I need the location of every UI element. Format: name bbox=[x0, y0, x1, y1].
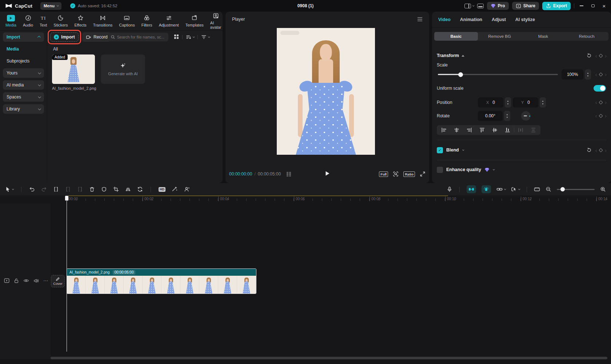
timeline-clip[interactable]: AI_fashion_model_2.png 00:00:05:00 bbox=[67, 268, 256, 294]
distribute-vertical-button[interactable] bbox=[527, 125, 540, 135]
magic-tools-button[interactable] bbox=[172, 186, 178, 193]
reset-icon[interactable] bbox=[586, 147, 592, 153]
align-center-vertical-button[interactable] bbox=[488, 125, 501, 135]
play-button[interactable] bbox=[325, 171, 330, 177]
collapse-icon[interactable] bbox=[462, 55, 464, 57]
mute-icon[interactable] bbox=[33, 278, 39, 283]
minimize-button[interactable] bbox=[578, 2, 586, 10]
position-y-input[interactable]: Y0 bbox=[513, 97, 538, 108]
search-input[interactable] bbox=[117, 35, 165, 39]
fullscreen-icon[interactable] bbox=[420, 171, 426, 177]
player-menu-icon[interactable] bbox=[417, 17, 423, 21]
media-thumbnail[interactable]: Added bbox=[52, 54, 95, 84]
sidebar-item-import[interactable]: Import bbox=[3, 32, 44, 42]
preview-image[interactable] bbox=[277, 28, 375, 155]
uniform-scale-toggle[interactable] bbox=[594, 85, 606, 92]
align-bottom-button[interactable] bbox=[501, 125, 514, 135]
toolbar-tab-filters[interactable]: Filters bbox=[138, 12, 156, 30]
tab-ai-stylize[interactable]: AI stylize bbox=[515, 17, 535, 22]
sidebar-item-subprojects[interactable]: Subprojects bbox=[3, 56, 44, 66]
zoom-fit-icon[interactable] bbox=[393, 171, 399, 177]
scale-value-input[interactable]: 100% bbox=[562, 69, 583, 80]
tab-adjust[interactable]: Adjust bbox=[492, 17, 506, 22]
keyframe-prev-icon[interactable]: ‹ bbox=[595, 100, 597, 105]
position-x-stepper[interactable]: ▴▾ bbox=[505, 97, 511, 108]
keyframe-add-icon[interactable] bbox=[599, 100, 603, 104]
share-button[interactable]: Share bbox=[512, 2, 539, 10]
grid-view-button[interactable] bbox=[174, 34, 179, 40]
layout-toggle-button[interactable] bbox=[464, 4, 474, 8]
import-button[interactable]: + Import bbox=[50, 32, 79, 42]
cover-button[interactable]: Cover bbox=[51, 275, 65, 287]
sidebar-item-yours[interactable]: Yours bbox=[3, 68, 44, 78]
chevron-down-icon[interactable] bbox=[493, 168, 495, 170]
sidebar-item-spaces[interactable]: Spaces bbox=[3, 92, 44, 102]
generate-with-ai-card[interactable]: Generate with AI bbox=[101, 54, 145, 84]
timeline-zoom-slider[interactable] bbox=[557, 189, 595, 190]
keyframe-next-icon[interactable]: › bbox=[605, 72, 607, 77]
close-button[interactable]: × bbox=[600, 2, 608, 10]
panel-toggle-button[interactable] bbox=[477, 4, 484, 8]
filter-button[interactable] bbox=[201, 35, 209, 40]
render-preview-button[interactable] bbox=[534, 187, 540, 192]
toolbar-tab-adjustment[interactable]: Adjustment bbox=[156, 12, 182, 30]
position-y-stepper[interactable]: ▴▾ bbox=[540, 97, 546, 108]
hd-badge[interactable]: HD bbox=[159, 187, 165, 192]
rotate-stepper[interactable]: ▴▾ bbox=[504, 111, 510, 121]
align-center-horizontal-button[interactable] bbox=[450, 125, 463, 135]
lock-icon[interactable] bbox=[14, 278, 19, 283]
record-button[interactable]: Record bbox=[82, 32, 111, 42]
voiceover-mic-button[interactable] bbox=[447, 186, 452, 192]
toolbar-tab-effects[interactable]: Effects bbox=[71, 12, 89, 30]
delete-right-button[interactable] bbox=[77, 186, 83, 192]
delete-button[interactable] bbox=[89, 186, 95, 192]
zoom-slider-handle[interactable] bbox=[560, 187, 565, 191]
redo-button[interactable] bbox=[41, 186, 47, 192]
align-left-button[interactable] bbox=[438, 125, 450, 135]
maximize-button[interactable] bbox=[589, 2, 597, 10]
mirror-button[interactable] bbox=[125, 186, 131, 192]
export-button[interactable]: Export bbox=[542, 2, 571, 10]
keyframe-next-icon[interactable]: › bbox=[605, 147, 607, 153]
enhance-checkbox[interactable] bbox=[437, 167, 443, 173]
keyframe-next-icon[interactable]: › bbox=[605, 113, 607, 118]
distribute-horizontal-button[interactable] bbox=[514, 125, 527, 135]
chevron-down-icon[interactable] bbox=[462, 149, 464, 151]
menu-button[interactable]: Menu bbox=[40, 2, 61, 10]
align-right-button[interactable] bbox=[463, 125, 476, 135]
scale-slider[interactable] bbox=[438, 74, 558, 75]
tab-video[interactable]: Video bbox=[438, 17, 451, 22]
keyframe-prev-icon[interactable]: ‹ bbox=[595, 72, 597, 77]
toolbar-tab-audio[interactable]: Audio bbox=[20, 12, 36, 30]
scale-stepper[interactable]: ▴▾ bbox=[585, 69, 591, 80]
blend-checkbox[interactable]: ✓ bbox=[437, 147, 443, 153]
toolbar-tab-templates[interactable]: Templates bbox=[182, 12, 207, 30]
mark-button[interactable] bbox=[101, 186, 107, 192]
zoom-in-button[interactable] bbox=[600, 186, 606, 192]
rotate-knob[interactable] bbox=[521, 111, 531, 121]
position-x-input[interactable]: X0 bbox=[478, 97, 503, 108]
scale-slider-handle[interactable] bbox=[458, 72, 463, 77]
sort-button[interactable] bbox=[186, 35, 194, 40]
sidebar-item-library[interactable]: Library bbox=[3, 104, 44, 114]
zoom-out-button[interactable] bbox=[546, 186, 551, 192]
subtab-remove-bg[interactable]: Remove BG bbox=[478, 32, 522, 41]
delete-left-button[interactable] bbox=[65, 186, 71, 192]
split-button[interactable] bbox=[53, 186, 59, 192]
toolbar-tab-stickers[interactable]: Stickers bbox=[50, 12, 71, 30]
preview-axis-button[interactable] bbox=[482, 185, 491, 193]
subtab-mask[interactable]: Mask bbox=[522, 32, 565, 41]
keyframe-prev-icon[interactable]: ‹ bbox=[595, 113, 597, 118]
frame-view-icon[interactable] bbox=[286, 172, 292, 177]
subtab-retouch[interactable]: Retouch bbox=[565, 32, 608, 41]
align-top-button[interactable] bbox=[476, 125, 488, 135]
link-button[interactable] bbox=[496, 187, 506, 192]
crop-button[interactable] bbox=[113, 186, 119, 192]
sidebar-item-media[interactable]: Media bbox=[3, 44, 44, 54]
keyframe-next-icon[interactable]: › bbox=[605, 53, 607, 58]
toolbar-tab-ai-avatar[interactable]: AI avatar bbox=[207, 12, 223, 30]
search-box[interactable] bbox=[108, 33, 168, 41]
more-icon[interactable]: ⋯ bbox=[43, 279, 48, 282]
timeline-scrollbar[interactable] bbox=[51, 357, 607, 359]
playhead-handle[interactable] bbox=[65, 195, 69, 201]
